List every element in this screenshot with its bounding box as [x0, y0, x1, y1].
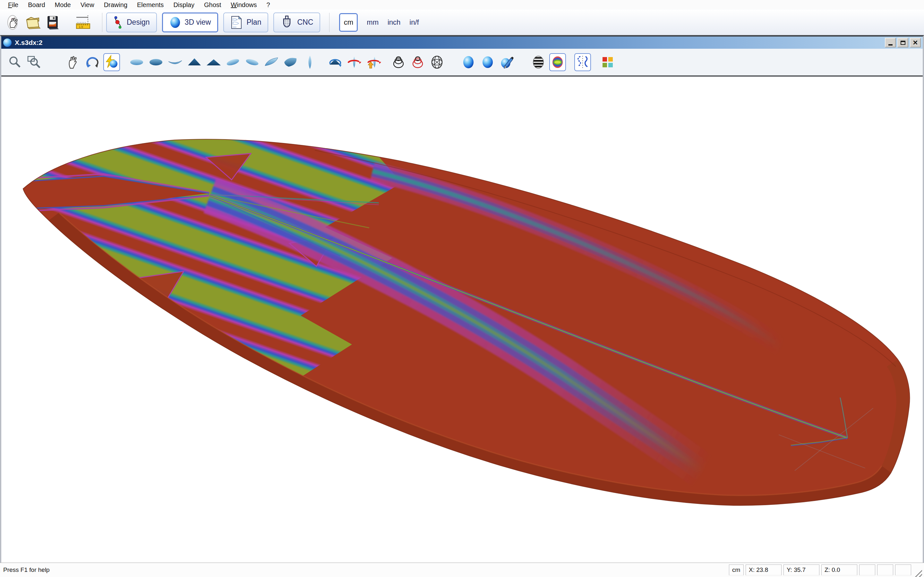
tilt-bottom-view[interactable] — [244, 53, 260, 71]
save-icon — [45, 15, 61, 30]
render-solid-mode[interactable] — [479, 53, 496, 71]
unit-cm[interactable]: cm — [339, 13, 358, 32]
status-pane-empty — [895, 564, 911, 575]
bottom-view[interactable] — [148, 53, 164, 71]
menu-elements[interactable]: Elements — [132, 1, 168, 9]
back-view[interactable] — [205, 53, 222, 71]
mesh-mode[interactable] — [429, 53, 445, 71]
wireframe-icon — [391, 55, 406, 70]
window-controls: ✕ — [885, 38, 921, 47]
menu-drawing[interactable]: Drawing — [99, 1, 132, 9]
svg-text:1 0: 1 0 — [79, 25, 83, 29]
render-solid-icon — [480, 55, 495, 70]
toolbar-separator — [102, 13, 102, 32]
tilt-bottom-view-icon — [244, 55, 260, 69]
wireframe-mode[interactable] — [390, 53, 407, 71]
outline-view[interactable] — [302, 53, 318, 71]
zoom-window-tool[interactable] — [26, 53, 42, 71]
pan-tool[interactable] — [65, 53, 81, 71]
menu-file[interactable]: File — [3, 1, 23, 9]
wireframe-contours-mode[interactable] — [409, 53, 426, 71]
resize-grip[interactable] — [914, 569, 922, 577]
view3d-mode-label: 3D view — [185, 18, 211, 27]
minimize-button[interactable] — [885, 38, 896, 47]
menu-ghost[interactable]: Ghost — [199, 1, 226, 9]
plan-mode-label: Plan — [246, 18, 261, 27]
unit-selector: cm mm inch in/f — [339, 13, 419, 32]
status-z-value: Z: 0.0 — [825, 566, 840, 574]
zoom-tool[interactable] — [6, 53, 23, 71]
status-unit: cm — [729, 564, 744, 575]
zebra-stripes-mode[interactable] — [530, 53, 547, 71]
cnc-mode-label: CNC — [297, 18, 313, 27]
document-title: X.s3dx:2 — [15, 39, 42, 47]
surfboard-render — [1, 77, 923, 562]
menu-mode[interactable]: Mode — [50, 1, 76, 9]
new-board-icon — [5, 14, 21, 31]
top-view[interactable] — [128, 53, 145, 71]
document-window: X.s3dx:2 ✕ — [0, 35, 924, 562]
menu-board[interactable]: Board — [23, 1, 50, 9]
document-titlebar[interactable]: X.s3dx:2 ✕ — [1, 37, 923, 49]
bottom-view-icon — [148, 55, 164, 69]
view3d-mode-button[interactable]: 3D view — [162, 13, 218, 32]
lighting-tool[interactable] — [103, 53, 120, 71]
color-settings[interactable] — [599, 53, 616, 71]
minimize-icon — [888, 44, 893, 45]
perspective-b-view[interactable] — [282, 53, 299, 71]
dimensions-icon: 1 0 — [75, 14, 92, 31]
render-smooth-icon — [461, 55, 476, 70]
front-view[interactable] — [186, 53, 203, 71]
flow-lines-icon — [575, 55, 590, 70]
rotate-push-icon — [366, 55, 381, 70]
status-z-coordinate: Z: 0.0 — [821, 564, 857, 575]
close-button[interactable]: ✕ — [910, 38, 921, 47]
status-pane-empty — [859, 564, 875, 575]
menu-windows[interactable]: Windows — [226, 1, 262, 9]
design-mode-button[interactable]: Design — [106, 13, 157, 32]
curvature-map-mode[interactable] — [549, 53, 566, 71]
save-button[interactable] — [43, 12, 63, 33]
unit-inf[interactable]: in/f — [409, 18, 419, 27]
auto-rotate-tool[interactable] — [326, 53, 343, 71]
maximize-icon — [901, 41, 905, 45]
menu-help[interactable]: ? — [262, 1, 275, 9]
menu-bar: File Board Mode View Drawing Elements Di… — [0, 0, 924, 10]
menu-display[interactable]: Display — [168, 1, 199, 9]
perspective-a-view[interactable] — [263, 53, 280, 71]
dimensions-button[interactable]: 1 0 — [74, 12, 94, 33]
perspective-b-icon — [283, 55, 298, 69]
plan-mode-button[interactable]: Plan — [223, 13, 268, 32]
paint-texture-mode[interactable] — [499, 53, 515, 71]
menu-view[interactable]: View — [76, 1, 99, 9]
viewport-3d[interactable] — [1, 76, 923, 562]
status-help-text: Press F1 for help — [3, 566, 50, 574]
design-curve-icon — [113, 15, 123, 29]
orbit-tool[interactable] — [84, 53, 101, 71]
status-x-value: X: 23.8 — [749, 566, 768, 574]
flow-lines-mode[interactable] — [574, 53, 591, 71]
maximize-button[interactable] — [897, 38, 908, 47]
side-view[interactable] — [167, 53, 184, 71]
rotate-push-tool[interactable] — [365, 53, 382, 71]
outline-view-icon — [302, 55, 317, 70]
unit-mm[interactable]: mm — [367, 18, 379, 27]
plan-sheet-icon — [230, 15, 242, 30]
tilt-top-view-icon — [225, 55, 241, 69]
lighting-icon — [104, 55, 120, 70]
unit-inch[interactable]: inch — [388, 18, 401, 27]
cnc-mode-button[interactable]: CNC — [273, 13, 320, 32]
close-icon: ✕ — [913, 39, 918, 46]
new-board-button[interactable] — [3, 12, 23, 33]
toolbar-separator — [329, 13, 330, 32]
perspective-a-icon — [264, 55, 279, 69]
rotate-yaw-tool[interactable] — [346, 53, 363, 71]
tilt-top-view[interactable] — [225, 53, 241, 71]
design-mode-label: Design — [127, 18, 150, 27]
render-smooth-mode[interactable] — [460, 53, 477, 71]
sphere-3d-icon — [170, 16, 181, 29]
open-button[interactable] — [23, 12, 43, 33]
front-view-icon — [187, 55, 202, 69]
cnc-tool-icon — [280, 15, 293, 30]
status-x-coordinate: X: 23.8 — [746, 564, 782, 575]
